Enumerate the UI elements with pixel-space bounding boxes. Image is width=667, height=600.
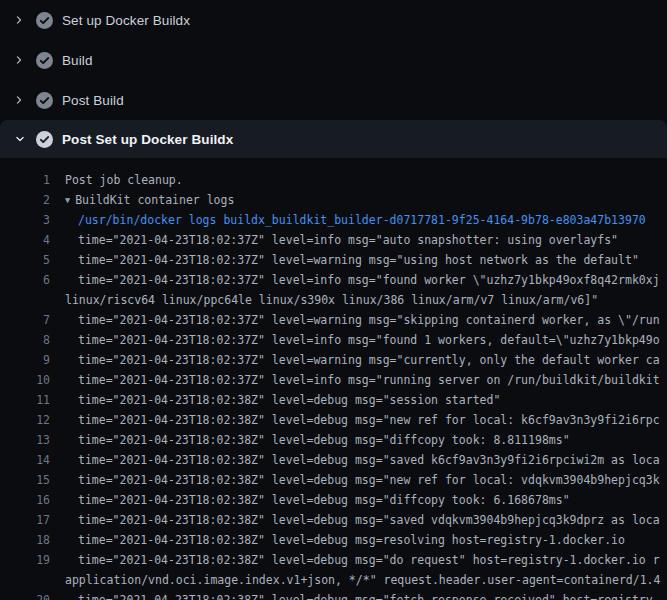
log-text: time="2021-04-23T18:02:38Z" level=debug … [78, 493, 570, 507]
line-number[interactable]: 20 [0, 590, 50, 600]
log-row: 8time="2021-04-23T18:02:37Z" level=info … [0, 330, 667, 350]
chevron-right-icon [14, 14, 36, 26]
log-row: 16time="2021-04-23T18:02:38Z" level=debu… [0, 490, 667, 510]
line-number[interactable]: 7 [0, 310, 50, 330]
log-text: time="2021-04-23T18:02:38Z" level=debug … [78, 433, 570, 447]
log-row: 7time="2021-04-23T18:02:37Z" level=warni… [0, 310, 667, 330]
line-number[interactable]: 8 [0, 330, 50, 350]
log-text: time="2021-04-23T18:02:38Z" level=debug … [78, 413, 660, 427]
check-circle-icon [36, 131, 62, 148]
chevron-right-icon [14, 54, 36, 66]
step-label: Post Set up Docker Buildx [62, 132, 233, 147]
log-row: 1Post job cleanup. [0, 170, 667, 190]
line-number[interactable]: 2 [0, 190, 50, 210]
log-area: 1Post job cleanup.2▼BuildKit container l… [0, 158, 667, 600]
log-row: 5time="2021-04-23T18:02:37Z" level=warni… [0, 250, 667, 270]
line-number[interactable]: 19 [0, 550, 50, 570]
triangle-down-icon: ▼ [65, 190, 70, 210]
step-label: Set up Docker Buildx [62, 13, 190, 28]
step-label: Post Build [62, 93, 124, 108]
log-text: time="2021-04-23T18:02:38Z" level=debug … [78, 553, 660, 567]
log-row-continuation: linux/riscv64 linux/ppc64le linux/s390x … [0, 290, 667, 310]
actions-log-viewer: Set up Docker Buildx Build Post Build Po… [0, 0, 667, 600]
log-row: 14time="2021-04-23T18:02:38Z" level=debu… [0, 450, 667, 470]
log-row: 4time="2021-04-23T18:02:37Z" level=info … [0, 230, 667, 250]
line-number[interactable]: 11 [0, 390, 50, 410]
step-set-up-docker-buildx[interactable]: Set up Docker Buildx [0, 0, 667, 40]
log-text: time="2021-04-23T18:02:37Z" level=info m… [78, 273, 660, 287]
check-circle-icon [36, 52, 62, 69]
log-text: application/vnd.oci.image.index.v1+json,… [65, 573, 660, 587]
line-number[interactable]: 13 [0, 430, 50, 450]
log-row: 18time="2021-04-23T18:02:38Z" level=debu… [0, 530, 667, 550]
log-text: time="2021-04-23T18:02:37Z" level=info m… [78, 373, 660, 387]
log-text: time="2021-04-23T18:02:37Z" level=info m… [78, 333, 660, 347]
log-row: 3/usr/bin/docker logs buildx_buildkit_bu… [0, 210, 667, 230]
log-row: 6time="2021-04-23T18:02:37Z" level=info … [0, 270, 667, 290]
chevron-right-icon [14, 94, 36, 106]
log-row: 10time="2021-04-23T18:02:37Z" level=info… [0, 370, 667, 390]
line-number [0, 570, 50, 590]
line-number[interactable]: 5 [0, 250, 50, 270]
line-number[interactable]: 17 [0, 510, 50, 530]
log-text: time="2021-04-23T18:02:37Z" level=warnin… [78, 313, 660, 327]
line-number[interactable]: 18 [0, 530, 50, 550]
step-post-build[interactable]: Post Build [0, 80, 667, 120]
chevron-down-icon [14, 134, 36, 144]
log-text: time="2021-04-23T18:02:37Z" level=warnin… [78, 353, 660, 367]
log-text: time="2021-04-23T18:02:37Z" level=info m… [78, 233, 618, 247]
log-group-row[interactable]: 2▼BuildKit container logs [0, 190, 667, 210]
step-build[interactable]: Build [0, 40, 667, 80]
log-text: time="2021-04-23T18:02:38Z" level=debug … [78, 513, 660, 527]
line-number[interactable]: 9 [0, 350, 50, 370]
log-row: 20time="2021-04-23T18:02:38Z" level=debu… [0, 590, 667, 600]
log-row: 13time="2021-04-23T18:02:38Z" level=debu… [0, 430, 667, 450]
check-circle-icon [36, 92, 62, 109]
log-text: time="2021-04-23T18:02:38Z" level=debug … [78, 453, 660, 467]
log-text: BuildKit container logs [75, 193, 234, 207]
log-row: 11time="2021-04-23T18:02:38Z" level=debu… [0, 390, 667, 410]
log-text: time="2021-04-23T18:02:38Z" level=debug … [78, 393, 500, 407]
log-row-continuation: application/vnd.oci.image.index.v1+json,… [0, 570, 667, 590]
line-number[interactable]: 16 [0, 490, 50, 510]
log-text: Post job cleanup. [65, 173, 183, 187]
log-row: 17time="2021-04-23T18:02:38Z" level=debu… [0, 510, 667, 530]
line-number[interactable]: 12 [0, 410, 50, 430]
line-number[interactable]: 10 [0, 370, 50, 390]
log-text: time="2021-04-23T18:02:38Z" level=debug … [78, 533, 625, 547]
step-label: Build [62, 53, 93, 68]
line-number[interactable]: 15 [0, 470, 50, 490]
check-circle-icon [36, 12, 62, 29]
line-number[interactable]: 14 [0, 450, 50, 470]
log-row: 9time="2021-04-23T18:02:37Z" level=warni… [0, 350, 667, 370]
log-text: linux/riscv64 linux/ppc64le linux/s390x … [65, 293, 598, 307]
line-number[interactable]: 6 [0, 270, 50, 290]
log-text: time="2021-04-23T18:02:38Z" level=debug … [78, 593, 660, 600]
log-row: 19time="2021-04-23T18:02:38Z" level=debu… [0, 550, 667, 570]
line-number[interactable]: 4 [0, 230, 50, 250]
step-post-set-up-docker-buildx[interactable]: Post Set up Docker Buildx [0, 120, 667, 158]
line-number[interactable]: 1 [0, 170, 50, 190]
log-text: time="2021-04-23T18:02:38Z" level=debug … [78, 473, 660, 487]
line-number [0, 290, 50, 310]
log-row: 12time="2021-04-23T18:02:38Z" level=debu… [0, 410, 667, 430]
line-number[interactable]: 3 [0, 210, 50, 230]
log-text: time="2021-04-23T18:02:37Z" level=warnin… [78, 253, 639, 267]
log-command-text: /usr/bin/docker logs buildx_buildkit_bui… [78, 213, 646, 227]
log-row: 15time="2021-04-23T18:02:38Z" level=debu… [0, 470, 667, 490]
